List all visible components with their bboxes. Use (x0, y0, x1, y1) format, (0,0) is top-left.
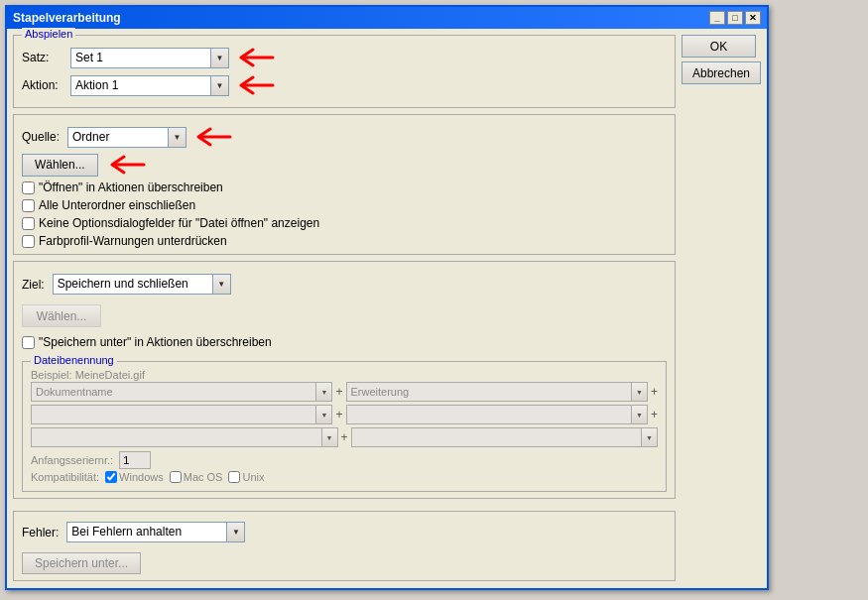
satz-row: Satz: Set 1 ▼ (22, 46, 667, 69)
naming-dropdown-1a[interactable]: ▼ (315, 383, 331, 401)
fehler-value: Bei Fehlern anhalten (67, 522, 226, 542)
checkbox-unix[interactable] (228, 471, 240, 483)
checkbox-suppress-warnings[interactable] (22, 235, 35, 248)
ziel-value: Speichern und schließen (54, 274, 212, 295)
quelle-label: Quelle: (22, 130, 60, 144)
window-body: Abspielen Satz: Set 1 ▼ Aktion: Aktion 1 (7, 29, 767, 588)
satz-label: Satz: (22, 51, 66, 64)
source-choose-button[interactable]: Wählen... (22, 154, 98, 177)
choose-row: Wählen... (22, 153, 667, 177)
error-group: Fehler: Bei Fehlern anhalten ▼ Speichern… (13, 511, 676, 581)
checkbox-row-3: Keine Optionsdialogfelder für "Datei öff… (22, 216, 667, 230)
checkbox-macos[interactable] (170, 471, 182, 483)
naming-row-2: ▼ + ▼ + (31, 405, 658, 424)
quelle-combo[interactable]: Ordner ▼ (67, 127, 186, 148)
fehler-dropdown-btn[interactable]: ▼ (226, 523, 244, 541)
main-window: Stapelverarbeitung _ □ ✕ Abspielen Satz:… (5, 5, 769, 590)
aktion-label: Aktion: (22, 78, 66, 92)
naming-text-1a: Dokumentname (32, 386, 315, 398)
dest-choose-button[interactable]: Wählen... (22, 304, 101, 327)
naming-combo-3a[interactable]: ▼ (31, 427, 338, 447)
naming-combo-1b[interactable]: Erweiterung ▼ (346, 382, 648, 402)
minimize-button[interactable]: _ (709, 11, 725, 25)
choose-arrow-icon (104, 153, 154, 177)
fehler-row: Fehler: Bei Fehlern anhalten ▼ (22, 522, 667, 542)
ziel-row: Ziel: Speichern und schließen ▼ (22, 274, 667, 295)
main-panel: Abspielen Satz: Set 1 ▼ Aktion: Aktion 1 (13, 35, 676, 582)
naming-row-1: Dokumentname ▼ + Erweiterung ▼ + (31, 382, 658, 402)
compat-macos-cb: Mac OS (170, 471, 223, 483)
checkbox-no-dialog-label: Keine Optionsdialogfelder für "Datei öff… (39, 216, 319, 230)
fehler-label: Fehler: (22, 526, 59, 540)
play-group-title: Abspielen (22, 28, 75, 40)
play-group: Abspielen Satz: Set 1 ▼ Aktion: Aktion 1 (13, 35, 676, 108)
maximize-button[interactable]: □ (727, 11, 743, 25)
compat-windows-cb: Windows (105, 471, 164, 483)
checkbox-open[interactable] (22, 181, 35, 194)
destination-group: Ziel: Speichern und schließen ▼ Wählen..… (13, 261, 676, 499)
checkbox-save-under-label: "Speichern unter" in Aktionen überschrei… (39, 335, 272, 349)
save-btn-row: Speichern unter... (22, 552, 667, 574)
plus-1: + (335, 385, 342, 399)
window-title: Stapelverarbeitung (13, 11, 121, 25)
serial-label: Anfangsseriernr.: (31, 454, 113, 466)
naming-combo-2b[interactable]: ▼ (346, 405, 648, 424)
source-group: Quelle: Ordner ▼ Wählen... (13, 114, 676, 255)
checkbox-windows[interactable] (105, 471, 117, 483)
side-panel: OK Abbrechen (682, 35, 761, 582)
aktion-dropdown-btn[interactable]: ▼ (210, 76, 228, 95)
naming-combo-2a[interactable]: ▼ (31, 405, 332, 424)
plus-3: + (341, 430, 348, 444)
ziel-combo[interactable]: Speichern und schließen ▼ (53, 274, 231, 295)
title-bar: Stapelverarbeitung _ □ ✕ (7, 7, 767, 29)
serial-input[interactable] (119, 451, 151, 469)
cancel-button[interactable]: Abbrechen (682, 61, 761, 84)
checkbox-no-dialog[interactable] (22, 217, 35, 230)
ziel-label: Ziel: (22, 278, 45, 292)
quelle-row: Quelle: Ordner ▼ (22, 125, 667, 149)
aktion-combo[interactable]: Aktion 1 ▼ (70, 75, 229, 96)
checkbox-suppress-label: Farbprofil-Warnungen unterdrücken (39, 234, 227, 248)
satz-value: Set 1 (71, 48, 210, 68)
checkbox-row-1: "Öffnen" in Aktionen überschreiben (22, 180, 667, 194)
quelle-arrow-icon (190, 125, 240, 149)
quelle-value: Ordner (68, 127, 168, 148)
quelle-dropdown-btn[interactable]: ▼ (168, 128, 186, 147)
compat-label: Kompatibilität: (31, 471, 99, 483)
macos-label: Mac OS (184, 471, 223, 483)
save-under-button[interactable]: Speichern unter... (22, 552, 141, 574)
speichern-cb-row: "Speichern unter" in Aktionen überschrei… (22, 335, 667, 349)
plus-1b: + (651, 385, 658, 399)
naming-combo-1a[interactable]: Dokumentname ▼ (31, 382, 332, 402)
satz-combo[interactable]: Set 1 ▼ (70, 48, 229, 68)
naming-dropdown-2b[interactable]: ▼ (631, 406, 647, 423)
file-naming-title: Dateibenennung (31, 354, 117, 366)
close-button[interactable]: ✕ (745, 11, 761, 25)
satz-arrow-icon (233, 46, 283, 69)
naming-combo-3b[interactable]: ▼ (351, 427, 659, 447)
checkbox-open-label: "Öffnen" in Aktionen überschreiben (39, 180, 223, 194)
naming-text-1b: Erweiterung (347, 386, 631, 398)
title-bar-buttons: _ □ ✕ (709, 11, 761, 25)
aktion-arrow-icon (233, 73, 283, 97)
aktion-row: Aktion: Aktion 1 ▼ (22, 73, 667, 97)
naming-dropdown-3a[interactable]: ▼ (321, 428, 337, 446)
file-naming-group: Dateibenennung Beispiel: MeineDatei.gif … (22, 361, 667, 492)
windows-label: Windows (119, 471, 164, 483)
ok-button[interactable]: OK (682, 35, 756, 58)
plus-2: + (335, 408, 342, 421)
compat-unix-cb: Unix (228, 471, 264, 483)
naming-dropdown-1b[interactable]: ▼ (631, 383, 647, 401)
checkbox-subfolders-label: Alle Unterordner einschließen (39, 198, 195, 212)
naming-dropdown-3b[interactable]: ▼ (641, 428, 657, 446)
naming-row-3: ▼ + ▼ (31, 427, 658, 447)
example-text: Beispiel: MeineDatei.gif (31, 369, 145, 381)
checkbox-save-under[interactable] (22, 336, 35, 349)
naming-dropdown-2a[interactable]: ▼ (315, 406, 331, 423)
checkbox-subfolders[interactable] (22, 199, 35, 212)
ziel-dropdown-btn[interactable]: ▼ (212, 275, 230, 294)
satz-dropdown-btn[interactable]: ▼ (210, 49, 228, 67)
fehler-combo[interactable]: Bei Fehlern anhalten ▼ (66, 522, 245, 542)
serial-row: Anfangsseriernr.: (31, 451, 658, 469)
aktion-value: Aktion 1 (71, 75, 210, 96)
